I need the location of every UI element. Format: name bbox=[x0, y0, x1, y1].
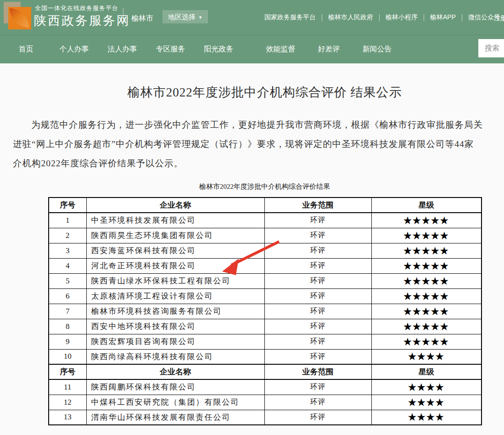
company-name: 陕西宏辉项目咨询有限公司 bbox=[86, 334, 264, 349]
nav-item[interactable]: 首页 bbox=[2, 45, 50, 54]
nav-item[interactable]: 专区服务 bbox=[146, 45, 195, 54]
star-rating: ★★★★★ bbox=[371, 304, 482, 319]
region-selector-button[interactable]: 地区选择▼ bbox=[162, 10, 208, 23]
star-rating: ★★★★★ bbox=[371, 243, 482, 258]
table-row: 10陕西尚绿高科环境科技有限公司环评★★★★ bbox=[49, 349, 482, 364]
company-name: 西安海蓝环保科技有限公司 bbox=[86, 243, 264, 258]
nav-item[interactable]: 法人办事 bbox=[98, 45, 146, 54]
table-row: 7榆林市环境科技咨询服务有限公司环评★★★★★ bbox=[49, 304, 482, 319]
table-row: 8西安中地环境科技有限公司环评★★★★★ bbox=[49, 319, 482, 334]
star-rating: ★★★★★ bbox=[371, 319, 482, 334]
header-divider bbox=[123, 8, 123, 27]
link-divider bbox=[424, 14, 424, 21]
link-divider bbox=[462, 14, 462, 21]
business-scope: 环评 bbox=[264, 410, 371, 425]
nav-item[interactable]: 个人办事 bbox=[50, 45, 98, 54]
company-name: 西安中地环境科技有限公司 bbox=[86, 319, 264, 334]
site-header: 全国一体化在线政务服务平台 陕西政务服务网 榆林市 地区选择▼ 国家政务服务平台… bbox=[0, 0, 504, 35]
header-link[interactable]: 榆林小程序 bbox=[386, 13, 418, 22]
row-number: 10 bbox=[49, 349, 86, 364]
nav-item[interactable]: 新闻公告 bbox=[353, 45, 401, 54]
search-input[interactable]: 搜索 bbox=[478, 39, 504, 57]
table-row: 2陕西雨昊生态环境集团有限公司环评★★★★★ bbox=[49, 228, 482, 243]
business-scope: 环评 bbox=[264, 319, 371, 334]
table-row: 1中圣环境科技发展有限公司环评★★★★★ bbox=[49, 213, 482, 228]
register-link[interactable]: 注册 bbox=[494, 14, 504, 23]
header-link[interactable]: 榆林市人民政府 bbox=[328, 13, 373, 22]
table-row: 11陕西阔鹏环保科技有限公司环评★★★★ bbox=[49, 379, 482, 395]
logo-orange-square bbox=[8, 7, 31, 29]
table-wrap: 序号企业名称业务范围星级1中圣环境科技发展有限公司环评★★★★★2陕西雨昊生态环… bbox=[48, 197, 481, 425]
company-name: 渭南华山环保科技发展有限责任公司 bbox=[86, 410, 264, 425]
row-number: 9 bbox=[49, 334, 86, 349]
header-link[interactable]: 榆林APP bbox=[430, 13, 456, 22]
link-divider bbox=[322, 14, 322, 21]
company-name: 太原核清环境工程设计有限公司 bbox=[86, 288, 264, 304]
business-scope: 环评 bbox=[264, 349, 371, 364]
company-name: 陕西阔鹏环保科技有限公司 bbox=[86, 379, 264, 395]
business-scope: 环评 bbox=[264, 258, 371, 273]
row-number: 1 bbox=[49, 213, 86, 228]
company-name: 陕西青山绿水环保科技工程有限公司 bbox=[86, 273, 264, 288]
star-rating: ★★★★★ bbox=[371, 228, 482, 243]
region-selector-label: 地区选择 bbox=[168, 13, 196, 21]
company-name: 中煤科工西安研究院（集团）有限公司 bbox=[86, 395, 264, 410]
column-header: 业务范围 bbox=[264, 364, 371, 379]
page-title: 榆林市2022年度涉批中介机构综合评价 结果公示 bbox=[0, 84, 504, 101]
row-number: 7 bbox=[49, 304, 86, 319]
star-rating: ★★★★★ bbox=[371, 273, 482, 288]
star-rating: ★★★★ bbox=[371, 379, 482, 395]
star-rating: ★★★★★ bbox=[371, 213, 482, 228]
table-header-row: 序号企业名称业务范围星级 bbox=[49, 364, 482, 379]
platform-tagline: 全国一体化在线政务服务平台 bbox=[35, 4, 118, 12]
table-header-row: 序号企业名称业务范围星级 bbox=[49, 198, 482, 213]
business-scope: 环评 bbox=[264, 379, 371, 395]
site-logo[interactable] bbox=[4, 2, 30, 29]
row-number: 12 bbox=[49, 395, 86, 410]
paragraph-line: 为规范中介服务行为，进一步强化中介监管工作，更好地提升我市营商环境，根据《榆林市… bbox=[0, 115, 504, 135]
table-row: 12中煤科工西安研究院（集团）有限公司环评★★★★ bbox=[49, 395, 482, 410]
company-name: 河北奇正环境科技有限公司 bbox=[86, 258, 264, 273]
column-header: 企业名称 bbox=[86, 198, 264, 213]
business-scope: 环评 bbox=[264, 228, 371, 243]
business-scope: 环评 bbox=[264, 334, 371, 349]
eval-table-body: 序号企业名称业务范围星级1中圣环境科技发展有限公司环评★★★★★2陕西雨昊生态环… bbox=[49, 198, 482, 425]
row-number: 13 bbox=[49, 410, 86, 425]
logo-leaf-icon bbox=[10, 8, 29, 28]
row-number: 8 bbox=[49, 319, 86, 334]
row-number: 11 bbox=[49, 379, 86, 395]
current-city: 榆林市 bbox=[131, 14, 153, 23]
nav-item[interactable]: 好差评 bbox=[305, 45, 353, 54]
site-name: 陕西政务服务网 bbox=[34, 12, 130, 29]
nav-item[interactable]: 效能监督 bbox=[257, 45, 305, 54]
eval-table: 序号企业名称业务范围星级1中圣环境科技发展有限公司环评★★★★★2陕西雨昊生态环… bbox=[48, 197, 482, 425]
paragraph-line: 进驻“网上中介服务超市”中介机构考评管理规定（试行）》要求，现将评定的中圣环境科… bbox=[0, 135, 504, 154]
business-scope: 环评 bbox=[264, 304, 371, 319]
star-rating: ★★★★★ bbox=[371, 258, 482, 273]
business-scope: 环评 bbox=[264, 395, 371, 410]
nav-item[interactable]: 阳光政务 bbox=[195, 45, 243, 54]
column-header: 序号 bbox=[49, 198, 86, 213]
table-row: 6太原核清环境工程设计有限公司环评★★★★★ bbox=[49, 288, 482, 304]
column-header: 序号 bbox=[49, 364, 86, 379]
row-number: 4 bbox=[49, 258, 86, 273]
company-name: 陕西尚绿高科环境科技有限公司 bbox=[86, 349, 264, 364]
column-header: 星级 bbox=[371, 364, 482, 379]
row-number: 3 bbox=[49, 243, 86, 258]
row-number: 5 bbox=[49, 273, 86, 288]
row-number: 2 bbox=[49, 228, 86, 243]
star-rating: ★★★★ bbox=[371, 410, 482, 425]
row-number: 6 bbox=[49, 288, 86, 304]
company-name: 榆林市环境科技咨询服务有限公司 bbox=[86, 304, 264, 319]
business-scope: 环评 bbox=[264, 273, 371, 288]
table-row: 4河北奇正环境科技有限公司环评★★★★★ bbox=[49, 258, 482, 273]
table-row: 9陕西宏辉项目咨询有限公司环评★★★★★ bbox=[49, 334, 482, 349]
link-divider bbox=[379, 14, 380, 21]
business-scope: 环评 bbox=[264, 243, 371, 258]
company-name: 陕西雨昊生态环境集团有限公司 bbox=[86, 228, 264, 243]
star-rating: ★★★★★ bbox=[371, 288, 482, 304]
header-link[interactable]: 国家政务服务平台 bbox=[264, 13, 316, 22]
table-row: 13渭南华山环保科技发展有限责任公司环评★★★★ bbox=[49, 410, 482, 425]
announcement-paragraph: 为规范中介服务行为，进一步强化中介监管工作，更好地提升我市营商环境，根据《榆林市… bbox=[0, 115, 504, 173]
page: 全国一体化在线政务服务平台 陕西政务服务网 榆林市 地区选择▼ 国家政务服务平台… bbox=[0, 0, 504, 435]
